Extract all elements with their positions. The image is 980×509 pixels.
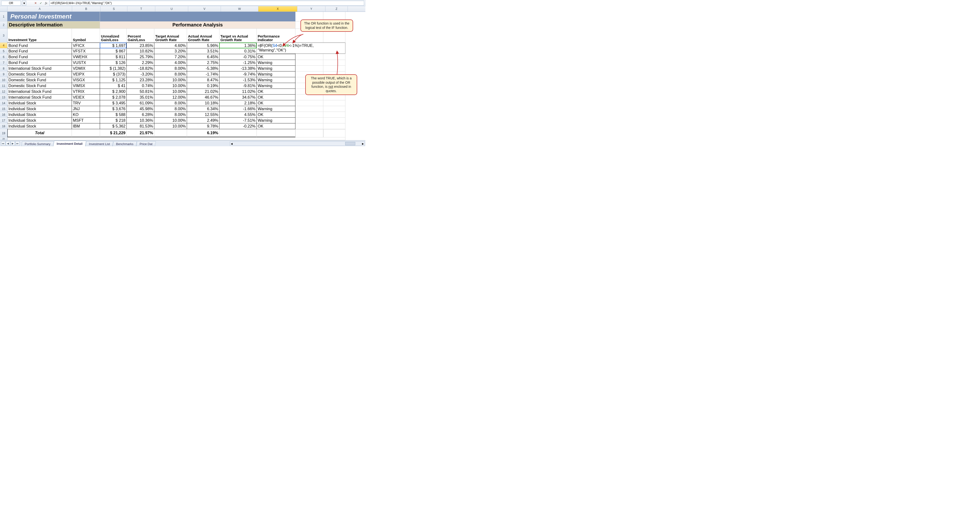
- cell-U10[interactable]: 10.00%: [154, 77, 187, 83]
- cell-W16[interactable]: 4.55%: [220, 112, 257, 118]
- cell-T7[interactable]: 2.29%: [127, 60, 154, 65]
- cell-A6[interactable]: Bond Fund: [8, 54, 72, 60]
- tab-nav-first[interactable]: ⏮: [1, 141, 5, 145]
- rowhdr-15[interactable]: 15: [0, 106, 8, 112]
- cell-B18[interactable]: IBM: [72, 123, 100, 129]
- cell-U5[interactable]: 3.20%: [154, 48, 187, 54]
- cell-B7[interactable]: VUSTX: [72, 60, 100, 65]
- cell-S13[interactable]: $ 2,078: [100, 94, 127, 100]
- enter-button[interactable]: ✓: [39, 1, 43, 5]
- rowhdr-13[interactable]: 13: [0, 94, 8, 100]
- cell-B19[interactable]: [72, 129, 100, 137]
- rowhdr-17[interactable]: 17: [0, 118, 8, 123]
- cell-S18[interactable]: $ 5,362: [100, 123, 127, 129]
- cell-S12[interactable]: $ 2,900: [100, 89, 127, 94]
- name-box-dropdown[interactable]: ▾: [22, 1, 26, 6]
- cell-W5[interactable]: 0.31%: [220, 48, 257, 54]
- cell-S10[interactable]: $ 1,125: [100, 77, 127, 83]
- cell-U8[interactable]: 8.00%: [154, 65, 187, 72]
- scroll-left-icon[interactable]: ◀: [230, 142, 234, 145]
- cell-A12[interactable]: International Stock Fund: [8, 89, 72, 94]
- cell-T9[interactable]: -3.20%: [127, 72, 154, 77]
- cell-Y15[interactable]: [296, 106, 323, 112]
- cell-Y8[interactable]: [296, 65, 323, 72]
- rowhdr-16[interactable]: 16: [0, 112, 8, 118]
- rowhdr-11[interactable]: 11: [0, 83, 8, 89]
- cell-B6[interactable]: VWEHX: [72, 54, 100, 60]
- cell-S5[interactable]: $ 867: [100, 48, 127, 54]
- cell-A11[interactable]: Domestic Stock Fund: [8, 83, 72, 89]
- colhdr-X[interactable]: X: [258, 6, 298, 11]
- cell-W15[interactable]: -1.66%: [220, 106, 257, 112]
- cell-T11[interactable]: 0.74%: [127, 83, 154, 89]
- colhdr-A[interactable]: A: [8, 6, 72, 11]
- cell-X8[interactable]: Warning: [257, 65, 296, 72]
- cell-W4[interactable]: 1.36%: [220, 43, 257, 48]
- cell-T13[interactable]: 35.01%: [127, 94, 154, 100]
- cell-V14[interactable]: 10.18%: [187, 100, 220, 106]
- cell-W17[interactable]: -7.51%: [220, 118, 257, 123]
- cell-A18[interactable]: Individual Stock: [8, 123, 72, 129]
- sheet-tab-investment-detail[interactable]: Investment Detail: [53, 141, 86, 146]
- cell-S17[interactable]: $ 218: [100, 118, 127, 123]
- cell-W12[interactable]: 11.02%: [220, 89, 257, 94]
- rowhdr-2[interactable]: 2: [0, 21, 8, 29]
- cell-V5[interactable]: 3.51%: [187, 48, 220, 54]
- cell-X14[interactable]: OK: [257, 100, 296, 106]
- cell-T6[interactable]: 25.79%: [127, 54, 154, 60]
- select-all-corner[interactable]: [0, 6, 8, 11]
- rowhdr-19[interactable]: 19: [0, 129, 8, 137]
- cell-V11[interactable]: 0.19%: [187, 83, 220, 89]
- cell-Y16[interactable]: [296, 112, 323, 118]
- row-20[interactable]: [8, 137, 345, 140]
- cell-V8[interactable]: -5.38%: [187, 65, 220, 72]
- cell-W13[interactable]: 34.67%: [220, 94, 257, 100]
- cell-A17[interactable]: Individual Stock: [8, 118, 72, 123]
- colhdr-Z[interactable]: Z: [326, 6, 348, 11]
- cell-T17[interactable]: 10.36%: [127, 118, 154, 123]
- rowhdr-3[interactable]: 3: [0, 29, 8, 43]
- cell-Y14[interactable]: [296, 100, 323, 106]
- cell-Z18[interactable]: [323, 123, 345, 129]
- rowhdr-1[interactable]: 1: [0, 12, 8, 21]
- cell-B13[interactable]: VEIEX: [72, 94, 100, 100]
- cell-X11[interactable]: Warning: [257, 83, 296, 89]
- cell-V15[interactable]: 6.34%: [187, 106, 220, 112]
- colhdr-W[interactable]: W: [221, 6, 258, 11]
- colhdr-B[interactable]: B: [72, 6, 100, 11]
- cell-A14[interactable]: Individual Stock: [8, 100, 72, 106]
- cell-T18[interactable]: 81.53%: [127, 123, 154, 129]
- cell-U7[interactable]: 4.00%: [154, 60, 187, 65]
- rowhdr-6[interactable]: 6: [0, 54, 8, 60]
- cell-U9[interactable]: 8.00%: [154, 72, 187, 77]
- cell-B16[interactable]: KO: [72, 112, 100, 118]
- cell-V18[interactable]: 9.78%: [187, 123, 220, 129]
- cell-W7[interactable]: -1.25%: [220, 60, 257, 65]
- cell-X16[interactable]: OK: [257, 112, 296, 118]
- rowhdr-5[interactable]: 5: [0, 48, 8, 54]
- rowhdr-18[interactable]: 18: [0, 123, 8, 129]
- cell-U13[interactable]: 12.00%: [154, 94, 187, 100]
- cell-V10[interactable]: 8.47%: [187, 77, 220, 83]
- sheet-tab-price-dat[interactable]: Price Dat: [136, 141, 156, 146]
- cell-X10[interactable]: Warning: [257, 77, 296, 83]
- cell-W18[interactable]: -0.22%: [220, 123, 257, 129]
- colhdr-V[interactable]: V: [188, 6, 221, 11]
- colhdr-T[interactable]: T: [127, 6, 155, 11]
- cell-W9[interactable]: -9.74%: [220, 72, 257, 77]
- cell-S11[interactable]: $ 41: [100, 83, 127, 89]
- colhdr-S[interactable]: S: [100, 6, 127, 11]
- name-box[interactable]: OR: [1, 1, 21, 6]
- cell-A7[interactable]: Bond Fund: [8, 60, 72, 65]
- rowhdr-4[interactable]: 4: [0, 43, 8, 48]
- cell-Y19[interactable]: [296, 129, 323, 137]
- cell-U12[interactable]: 10.00%: [154, 89, 187, 94]
- colhdr-Y[interactable]: Y: [298, 6, 326, 11]
- cell-A10[interactable]: Domestic Stock Fund: [8, 77, 72, 83]
- rowhdr-8[interactable]: 8: [0, 65, 8, 72]
- rowhdr-14[interactable]: 14: [0, 100, 8, 106]
- cell-T4[interactable]: 23.85%: [127, 43, 154, 48]
- cell-A9[interactable]: Domestic Stock Fund: [8, 72, 72, 77]
- cell-Z17[interactable]: [323, 118, 345, 123]
- rowhdr-9[interactable]: 9: [0, 72, 8, 77]
